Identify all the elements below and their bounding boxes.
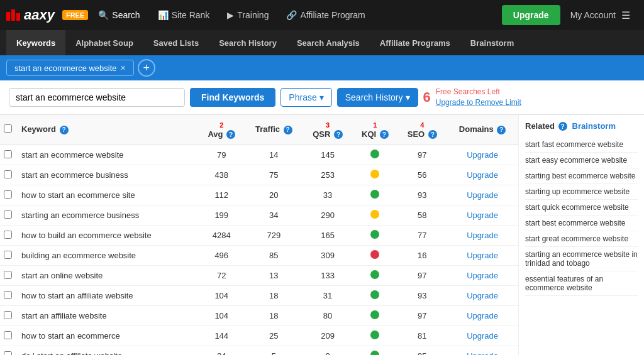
select-all-checkbox[interactable] <box>4 124 12 133</box>
qsr-info-icon[interactable]: ? <box>334 130 343 139</box>
row-checkbox-cell <box>0 185 18 205</box>
row-keyword: start an ecommerce website <box>18 145 199 165</box>
row-checkbox[interactable] <box>4 231 12 239</box>
kqi-dot <box>370 290 379 299</box>
brainstorm-link[interactable]: Brainstorm <box>572 121 616 131</box>
row-checkbox[interactable] <box>4 331 12 339</box>
logo: aaxy <box>6 7 55 23</box>
upgrade-limit-link[interactable]: Upgrade to Remove Limit <box>436 98 521 107</box>
kqi-info-icon[interactable]: ? <box>380 130 389 139</box>
related-button[interactable]: Related ? <box>525 121 567 131</box>
search-history-button[interactable]: Search History ▾ <box>337 88 418 107</box>
table-row: do i start an affiliate website 24 5 0 9… <box>0 346 518 355</box>
row-checkbox[interactable] <box>4 190 12 199</box>
row-checkbox[interactable] <box>4 271 12 279</box>
row-checkbox[interactable] <box>4 291 12 299</box>
row-seo: 16 <box>397 246 447 266</box>
upgrade-link[interactable]: Upgrade <box>467 291 498 300</box>
find-keywords-button[interactable]: Find Keywords <box>190 88 275 107</box>
upgrade-link[interactable]: Upgrade <box>467 251 498 260</box>
sidebar-item[interactable]: starting an ecommerce website in trinida… <box>525 247 638 271</box>
row-checkbox[interactable] <box>4 351 12 355</box>
upgrade-link[interactable]: Upgrade <box>467 170 498 180</box>
upgrade-link[interactable]: Upgrade <box>467 351 498 355</box>
phrase-button[interactable]: Phrase ▾ <box>280 88 331 107</box>
keyword-info-icon[interactable]: ? <box>60 126 69 134</box>
th-traffic: Traffic ? <box>245 115 303 145</box>
free-badge: FREE <box>62 10 88 20</box>
row-seo: 97 <box>397 306 447 326</box>
upgrade-link[interactable]: Upgrade <box>467 190 498 200</box>
nav-training[interactable]: ▶ Training <box>219 0 276 30</box>
kqi-dot <box>370 170 379 178</box>
sec-nav-search-analysis[interactable]: Search Analysis <box>287 30 370 55</box>
row-seo: 95 <box>397 346 447 355</box>
sidebar-item[interactable]: start quick ecommerce website <box>525 200 638 216</box>
sec-nav-brainstorm[interactable]: Brainstorm <box>460 30 524 55</box>
kqi-dot <box>370 250 379 259</box>
row-checkbox-cell <box>0 326 18 346</box>
upgrade-link[interactable]: Upgrade <box>467 231 498 240</box>
row-domains: Upgrade <box>447 286 518 306</box>
sec-nav-affiliate-programs[interactable]: Affiliate Programs <box>370 30 460 55</box>
row-checkbox[interactable] <box>4 150 12 158</box>
upgrade-link[interactable]: Upgrade <box>467 271 498 280</box>
table-row: how to start an ecommerce 144 25 209 81 … <box>0 326 518 346</box>
traffic-info-icon[interactable]: ? <box>284 126 292 134</box>
nav-search[interactable]: 🔍 Search <box>91 0 147 30</box>
table-row: starting an ecommerce business 199 34 29… <box>0 205 518 226</box>
row-traffic: 729 <box>245 226 303 246</box>
sec-nav-keywords[interactable]: Keywords <box>6 30 65 55</box>
upgrade-link[interactable]: Upgrade <box>467 150 498 160</box>
row-qsr: 209 <box>303 326 353 346</box>
kqi-dot <box>370 190 379 199</box>
sidebar-item[interactable]: start easy ecommerce website <box>525 153 638 168</box>
row-domains: Upgrade <box>447 246 518 266</box>
row-qsr: 0 <box>303 346 353 355</box>
sidebar-item[interactable]: start fast ecommerce website <box>525 137 638 153</box>
nav-affiliate-program[interactable]: 🔗 Affiliate Program <box>279 0 372 30</box>
kqi-dot <box>370 270 379 279</box>
upgrade-link[interactable]: Upgrade <box>467 210 498 220</box>
search-input[interactable] <box>9 88 185 107</box>
sec-nav-alphabet-soup[interactable]: Alphabet Soup <box>65 30 143 55</box>
sidebar-header: Related ? Brainstorm <box>525 121 638 131</box>
sidebar-item[interactable]: starting up ecommerce website <box>525 184 638 200</box>
sidebar-item[interactable]: start best ecommerce website <box>525 216 638 231</box>
tab-close-icon[interactable]: × <box>121 63 126 73</box>
domains-info-icon[interactable]: ? <box>497 126 506 134</box>
row-avg: 496 <box>199 246 245 266</box>
table-row: how to build an ecommerce website 4284 7… <box>0 226 518 246</box>
row-checkbox[interactable] <box>4 311 12 319</box>
nav-site-rank[interactable]: 📊 Site Rank <box>150 0 218 30</box>
upgrade-link[interactable]: Upgrade <box>467 331 498 341</box>
sidebar-item[interactable]: start great ecommerce website <box>525 231 638 247</box>
table-row: start an ecommerce website 79 14 145 97 … <box>0 145 518 165</box>
free-searches-info: Free Searches Left Upgrade to Remove Lim… <box>436 87 521 108</box>
row-domains: Upgrade <box>447 205 518 226</box>
row-checkbox[interactable] <box>4 210 12 219</box>
avg-info-icon[interactable]: ? <box>226 130 235 139</box>
upgrade-button[interactable]: Upgrade <box>502 5 560 25</box>
my-account[interactable]: My Account ☰ <box>563 9 638 21</box>
tab-chip[interactable]: start an ecommerce website × <box>6 60 134 76</box>
tab-add-button[interactable]: + <box>138 59 155 77</box>
upgrade-link[interactable]: Upgrade <box>467 311 498 320</box>
th-keyword: Keyword ? <box>18 115 199 145</box>
my-account-label: My Account <box>570 10 616 20</box>
row-seo: 58 <box>397 205 447 226</box>
row-domains: Upgrade <box>447 185 518 205</box>
top-nav: aaxy FREE 🔍 Search 📊 Site Rank ▶ Trainin… <box>0 0 644 30</box>
sidebar-item[interactable]: starting best ecommerce website <box>525 168 638 184</box>
row-checkbox[interactable] <box>4 170 12 178</box>
seo-info-icon[interactable]: ? <box>428 130 437 139</box>
sec-nav-search-history[interactable]: Search History <box>209 30 287 55</box>
row-traffic: 13 <box>245 266 303 286</box>
row-traffic: 5 <box>245 346 303 355</box>
seo-num: 4 <box>420 121 424 129</box>
related-info-icon[interactable]: ? <box>558 122 567 131</box>
sidebar-item[interactable]: essential features of an ecommerce websi… <box>525 271 638 296</box>
row-checkbox[interactable] <box>4 251 12 259</box>
sec-nav-saved-lists[interactable]: Saved Lists <box>143 30 209 55</box>
row-qsr: 253 <box>303 165 353 185</box>
